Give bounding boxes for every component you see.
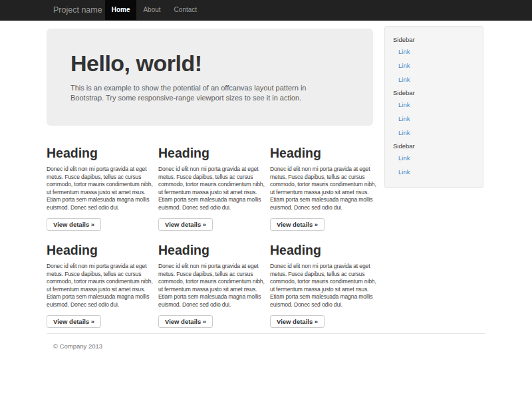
- view-details-button[interactable]: View details »: [47, 218, 101, 231]
- jumbotron-description: This is an example to show the potential…: [70, 83, 334, 103]
- card-button-row: View details »: [158, 217, 266, 231]
- main-container: Hello, world! This is an example to show…: [47, 21, 485, 328]
- view-details-button[interactable]: View details »: [158, 218, 213, 231]
- card-heading: Heading: [270, 241, 378, 259]
- sidebar-link-3-2[interactable]: Link: [385, 165, 483, 179]
- card-body-text: Donec id elit non mi porta gravida at eg…: [270, 166, 376, 211]
- footer: © Company 2013: [47, 333, 485, 350]
- card-1-3: HeadingDonec id elit non mi porta gravid…: [270, 126, 378, 231]
- sidebar-group-header-3: Sidebar: [385, 140, 483, 151]
- card-button-row: View details »: [47, 315, 154, 328]
- sidebar-link-1-1[interactable]: Link: [385, 45, 483, 59]
- sidebar-link-2-2[interactable]: Link: [385, 112, 483, 126]
- view-details-button[interactable]: View details »: [158, 315, 213, 328]
- card-2-2: HeadingDonec id elit non mi porta gravid…: [158, 231, 266, 328]
- sidebar-link-3-1[interactable]: Link: [385, 151, 483, 165]
- nav-item-contact[interactable]: Contact: [168, 0, 203, 20]
- card-heading: Heading: [47, 144, 154, 162]
- card-body-text: Donec id elit non mi porta gravida at eg…: [158, 166, 265, 211]
- jumbotron: Hello, world! This is an example to show…: [47, 29, 373, 126]
- view-details-button[interactable]: View details »: [270, 218, 325, 231]
- sidebar-link-2-1[interactable]: Link: [385, 98, 483, 112]
- card-heading: Heading: [47, 241, 154, 259]
- main-content: Hello, world! This is an example to show…: [47, 26, 373, 328]
- sidebar-link-1-2[interactable]: Link: [385, 59, 483, 72]
- jumbotron-title: Hello, world!: [70, 49, 349, 78]
- card-2-3: HeadingDonec id elit non mi porta gravid…: [270, 231, 378, 328]
- card-grid: HeadingDonec id elit non mi porta gravid…: [47, 126, 373, 328]
- sidebar-group-header-2: Sidebar: [385, 86, 483, 98]
- card-body-text: Donec id elit non mi porta gravida at eg…: [47, 263, 153, 309]
- card-heading: Heading: [270, 144, 378, 162]
- card-body-text: Donec id elit non mi porta gravida at eg…: [47, 166, 153, 211]
- nav-item-home[interactable]: Home: [105, 0, 137, 20]
- card-row-1: HeadingDonec id elit non mi porta gravid…: [47, 126, 373, 231]
- card-heading: Heading: [158, 241, 266, 259]
- card-row-2: HeadingDonec id elit non mi porta gravid…: [47, 231, 373, 328]
- view-details-button[interactable]: View details »: [47, 315, 101, 328]
- footer-copyright: © Company 2013: [47, 334, 485, 350]
- sidebar-link-1-3[interactable]: Link: [385, 72, 483, 86]
- top-navbar: Project name HomeAboutContact: [0, 0, 532, 21]
- nav-item-about[interactable]: About: [136, 0, 167, 20]
- navbar-menu: HomeAboutContact: [105, 0, 203, 20]
- card-1-2: HeadingDonec id elit non mi porta gravid…: [158, 126, 266, 231]
- sidebar-well: SidebarLinkLinkLinkSidebarLinkLinkLinkSi…: [384, 26, 483, 188]
- card-1-1: HeadingDonec id elit non mi porta gravid…: [47, 126, 154, 231]
- card-2-1: HeadingDonec id elit non mi porta gravid…: [47, 231, 154, 328]
- card-heading: Heading: [158, 144, 266, 162]
- card-button-row: View details »: [158, 315, 266, 328]
- card-body-text: Donec id elit non mi porta gravida at eg…: [158, 263, 265, 309]
- card-body-text: Donec id elit non mi porta gravida at eg…: [270, 263, 376, 309]
- navbar-container: Project name HomeAboutContact: [47, 0, 485, 20]
- sidebar-link-2-3[interactable]: Link: [385, 126, 483, 140]
- card-button-row: View details »: [270, 315, 378, 328]
- navbar-brand[interactable]: Project name: [47, 0, 104, 20]
- card-button-row: View details »: [47, 217, 154, 231]
- view-details-button[interactable]: View details »: [270, 315, 325, 328]
- card-button-row: View details »: [270, 217, 378, 231]
- sidebar-group-header-1: Sidebar: [385, 33, 483, 45]
